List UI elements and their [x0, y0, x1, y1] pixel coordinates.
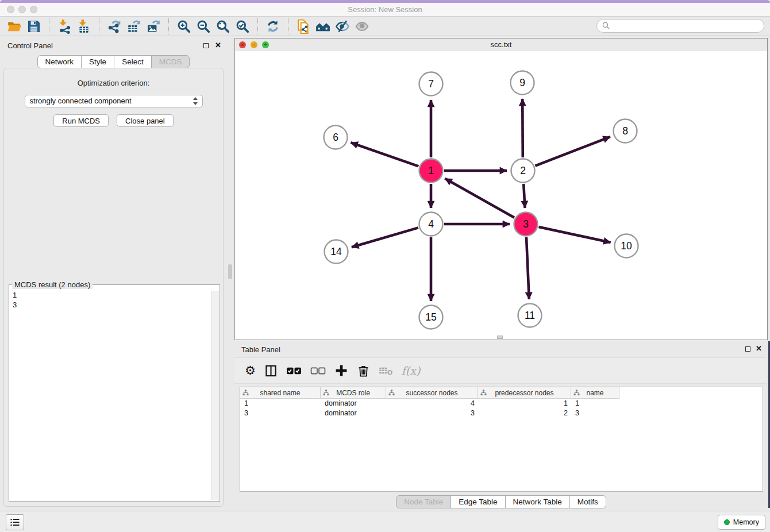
add-row-icon[interactable]	[334, 362, 348, 379]
tab-style[interactable]: Style	[81, 55, 114, 68]
memory-status-icon	[724, 519, 730, 525]
network-home-icon[interactable]	[313, 18, 333, 35]
zoom-fit-icon[interactable]	[213, 18, 233, 35]
search-input[interactable]	[614, 21, 754, 30]
optimization-criterion-label: Optimization criterion:	[4, 79, 223, 87]
dropdown-stepper-icon	[193, 97, 198, 105]
task-history-button[interactable]	[6, 514, 24, 530]
edge-2-8[interactable]	[535, 137, 610, 166]
edge-3-11[interactable]	[526, 237, 529, 299]
network-resize-grip[interactable]	[497, 336, 503, 339]
table-row[interactable]: 3dominator323	[240, 408, 763, 418]
edge-4-14[interactable]	[352, 228, 418, 247]
table-toolbar: ⚙f(x)	[234, 357, 767, 384]
table-tabs: Node TableEdge TableNetwork TableMotifs	[234, 495, 768, 508]
delete-rows-icon[interactable]	[357, 362, 370, 379]
search-icon	[602, 21, 611, 30]
optimization-criterion-dropdown[interactable]: strongly connected component	[25, 95, 203, 107]
tab-select[interactable]: Select	[114, 55, 152, 68]
search-box[interactable]	[596, 19, 764, 33]
node-label-11: 11	[525, 310, 535, 321]
column-header-predecessor-nodes[interactable]: predecessor nodes	[478, 387, 571, 398]
float-panel-icon[interactable]	[203, 43, 209, 48]
table-body: 1dominator4113dominator323	[240, 399, 763, 418]
toolbar-separator	[288, 18, 288, 34]
table-cell: 1	[571, 399, 619, 408]
column-header-MCDS-role[interactable]: MCDS role	[321, 387, 386, 398]
table-cell: 1	[478, 399, 571, 408]
close-panel-icon[interactable]: ✕	[215, 43, 221, 48]
table-cell: 1	[240, 399, 321, 408]
hide-graphics-icon[interactable]	[333, 18, 352, 35]
network-graph-canvas[interactable]: 7968124314101511	[235, 51, 767, 340]
edge-2-3[interactable]	[523, 184, 525, 208]
run-mcds-button[interactable]: Run MCDS	[53, 114, 109, 127]
zoom-out-icon[interactable]	[194, 18, 213, 35]
zoom-selected-icon[interactable]	[233, 18, 252, 35]
table-cell: dominator	[321, 399, 386, 408]
toolbar-separator	[257, 18, 258, 34]
dropdown-value: strongly connected component	[30, 97, 132, 105]
select-all-icon[interactable]	[286, 362, 302, 379]
table-float-panel-icon[interactable]	[745, 346, 750, 352]
duplicate-network-icon[interactable]	[294, 18, 313, 35]
close-panel-button[interactable]: Close panel	[117, 114, 174, 127]
open-session-icon[interactable]	[5, 18, 24, 35]
column-header-successor-nodes[interactable]: successor nodes	[386, 387, 478, 398]
control-panel: Control Panel ✕ NetworkStyleSelectMCDS O…	[0, 38, 227, 510]
table-settings-icon[interactable]: ⚙	[245, 362, 256, 379]
edge-1-6[interactable]	[351, 142, 418, 166]
deselect-all-icon[interactable]	[310, 362, 326, 379]
mcds-result-group: MCDS result (2 nodes) 13	[9, 284, 220, 502]
table-tab-motifs[interactable]: Motifs	[569, 495, 606, 508]
column-header-shared-name[interactable]: shared name	[240, 387, 321, 398]
import-network-icon[interactable]	[55, 18, 74, 35]
splitpane-handle[interactable]	[228, 264, 232, 279]
export-image-icon[interactable]	[144, 18, 163, 35]
tab-network[interactable]: Network	[37, 55, 82, 68]
app-title: Session: New Session	[0, 3, 770, 16]
table-header-row: shared nameMCDS rolesuccessor nodesprede…	[240, 387, 619, 399]
table-tab-network-table[interactable]: Network Table	[505, 495, 570, 508]
toolbar-separator	[49, 18, 49, 34]
delete-table-icon[interactable]	[379, 362, 393, 379]
column-header-name[interactable]: name	[571, 387, 619, 398]
mcds-result-node: 3	[13, 300, 210, 310]
node-label-15: 15	[425, 311, 436, 323]
table-tab-node-table[interactable]: Node Table	[396, 495, 451, 508]
mcds-result-node: 1	[13, 290, 210, 300]
show-graphics-icon[interactable]	[352, 18, 372, 35]
memory-label: Memory	[733, 518, 759, 526]
edge-3-1[interactable]	[445, 179, 514, 218]
tab-mcds[interactable]: MCDS	[151, 55, 190, 68]
table-panel-title: Table Panel	[241, 345, 280, 354]
split-panel-icon[interactable]	[264, 362, 278, 379]
node-label-1: 1	[428, 165, 434, 176]
network-view-window: × − + scc.txt 7968124314101511	[234, 38, 768, 340]
memory-button[interactable]: Memory	[718, 515, 765, 530]
zoom-in-icon[interactable]	[174, 18, 194, 35]
table-panel: Table Panel ✕ ⚙f(x) shared nameMCDS role…	[234, 341, 768, 511]
table-row[interactable]: 1dominator411	[240, 399, 763, 408]
network-window-title: scc.txt	[235, 38, 767, 51]
control-panel-title: Control Panel	[7, 41, 53, 50]
app-titlebar: Session: New Session	[0, 3, 770, 17]
function-builder-icon[interactable]: f(x)	[402, 364, 421, 377]
import-table-icon[interactable]	[74, 18, 94, 35]
export-table-icon[interactable]	[124, 18, 144, 35]
table-tab-edge-table[interactable]: Edge Table	[451, 495, 505, 508]
table-cell: 3	[386, 408, 478, 418]
edge-2-9[interactable]	[522, 99, 523, 157]
edge-3-10[interactable]	[539, 227, 611, 242]
task-list-icon	[9, 516, 21, 528]
export-network-icon[interactable]	[105, 18, 124, 35]
mcds-panel: Optimization criterion: strongly connect…	[3, 68, 224, 507]
node-label-10: 10	[621, 240, 632, 252]
save-session-icon[interactable]	[24, 18, 44, 35]
table-close-panel-icon[interactable]: ✕	[756, 346, 762, 352]
node-label-4: 4	[428, 218, 434, 230]
refresh-layout-icon[interactable]	[263, 18, 283, 35]
table-cell: dominator	[321, 408, 386, 418]
node-label-9: 9	[519, 77, 525, 88]
result-scrollbar[interactable]	[211, 291, 219, 500]
